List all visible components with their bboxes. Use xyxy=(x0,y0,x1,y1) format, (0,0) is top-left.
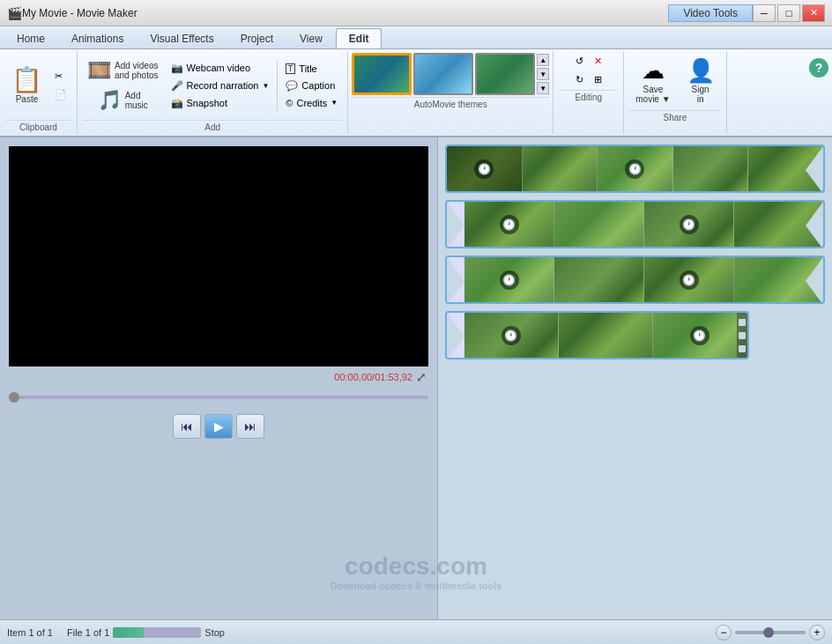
credits-dropdown-icon[interactable]: ▼ xyxy=(331,99,338,107)
tab-project[interactable]: Project xyxy=(227,28,286,48)
snapshot-icon: 📸 xyxy=(171,98,183,109)
progress-fill xyxy=(113,627,144,638)
paste-label: Paste xyxy=(16,94,39,104)
status-bar: Item 1 of 1 File 1 of 1 Stop − + xyxy=(0,619,832,644)
close-button[interactable]: ✕ xyxy=(802,4,825,22)
timeline-strip-1[interactable]: 🕐 🕐 xyxy=(445,144,825,193)
seek-thumb[interactable] xyxy=(9,392,19,403)
tab-view[interactable]: View xyxy=(286,28,336,48)
webcam-button[interactable]: 📷 Webcam video xyxy=(167,60,274,77)
add-group: 🎞️ Add videosand photos 🎵 Addmusic 📷 Web… xyxy=(78,51,348,134)
timeline-strip-3[interactable]: 🕐 🕐 xyxy=(445,255,825,304)
zoom-out-button[interactable]: − xyxy=(716,625,732,640)
themes-content: ▲ ▼ ▼ xyxy=(352,53,549,95)
zoom-in-button[interactable]: + xyxy=(809,625,825,640)
theme-1[interactable] xyxy=(352,53,412,95)
app-icon: 🎬 xyxy=(7,6,22,20)
themes-dropdown[interactable]: ▼ xyxy=(537,68,549,80)
copy-button[interactable]: 📄 xyxy=(50,86,71,103)
share-label: Share xyxy=(629,110,720,122)
title-bar: 🎬 My Movie - Movie Maker Video Tools ─ □… xyxy=(0,0,832,26)
video-canvas xyxy=(9,146,428,366)
add-music-icon: 🎵 xyxy=(98,89,122,112)
ribbon: 📋 Paste ✂ 📄 Clipboard 🎞️ Add videosand p… xyxy=(0,49,832,137)
play-button[interactable]: ▶ xyxy=(204,414,233,439)
split-button[interactable]: ⊞ xyxy=(590,71,606,88)
forward-button[interactable]: ⏭ xyxy=(236,414,264,439)
narration-label: Record narration xyxy=(187,80,259,91)
zoom-thumb[interactable] xyxy=(763,627,774,638)
maximize-button[interactable]: □ xyxy=(777,4,800,22)
caption-button[interactable]: 💬 Caption xyxy=(281,78,342,94)
editing-label: Editing xyxy=(559,90,618,102)
tab-edit[interactable]: Edit xyxy=(336,28,383,48)
add-videos-icon: 🎞️ xyxy=(87,59,111,82)
credits-button[interactable]: © Credits ▼ xyxy=(281,95,342,111)
main-area: 00:00,00/01:53,92 ⤢ ⏮ ▶ ⏭ 🕐 🕐 xyxy=(0,137,832,619)
clock-1-1: 🕐 xyxy=(474,159,494,179)
sign-in-label: Signin xyxy=(692,85,709,104)
zoom-slider[interactable] xyxy=(735,631,806,634)
save-movie-icon: ☁ xyxy=(642,57,665,85)
playback-controls: ⏮ ▶ ⏭ xyxy=(9,414,428,439)
fullscreen-button[interactable]: ⤢ xyxy=(416,370,427,384)
rotate-left-icon: ↺ xyxy=(576,56,583,67)
clock-4-1: 🕐 xyxy=(501,326,521,345)
preview-panel: 00:00,00/01:53,92 ⤢ ⏮ ▶ ⏭ xyxy=(0,137,438,619)
editing-content: ↺ ↻ ✕ ⊞ xyxy=(571,53,606,88)
title-icon-btn: 🅃 xyxy=(286,63,295,74)
theme-scroll-controls: ▲ ▼ ▼ xyxy=(537,54,549,94)
automovie-label: AutoMovie themes xyxy=(352,97,549,109)
editing-group: ↺ ↻ ✕ ⊞ Editing xyxy=(553,51,624,134)
clock-2-1: 🕐 xyxy=(500,215,519,234)
left-notch-2 xyxy=(447,202,464,248)
window-controls: ─ □ ✕ xyxy=(753,4,825,22)
sign-in-button[interactable]: 👤 Signin xyxy=(680,53,721,108)
timeline-strip-2[interactable]: 🕐 🕐 xyxy=(445,200,825,248)
seek-track xyxy=(9,396,428,399)
themes-scroll-up[interactable]: ▲ xyxy=(537,54,549,66)
minimize-button[interactable]: ─ xyxy=(753,4,776,22)
record-narration-button[interactable]: 🎤 Record narration ▼ xyxy=(167,78,274,94)
timeline-panel[interactable]: 🕐 🕐 🕐 🕐 xyxy=(438,137,832,619)
themes-scroll-down[interactable]: ▼ xyxy=(537,82,549,94)
rotate-right-icon: ↻ xyxy=(576,74,583,85)
film-cell-2-1: 🕐 xyxy=(464,202,554,247)
tab-animations[interactable]: Animations xyxy=(58,28,137,48)
title-button[interactable]: 🅃 Title xyxy=(281,61,342,77)
time-text: 00:00,00/01:53,92 xyxy=(334,372,412,382)
time-display: 00:00,00/01:53,92 ⤢ xyxy=(11,370,427,384)
add-videos-label: Add videosand photos xyxy=(115,61,159,80)
trim-button[interactable]: ✕ xyxy=(590,53,606,70)
seek-bar[interactable] xyxy=(9,389,428,405)
theme-2[interactable] xyxy=(413,53,473,95)
save-movie-button[interactable]: ☁ Savemovie ▼ xyxy=(629,53,676,108)
theme-3[interactable] xyxy=(475,53,535,95)
add-videos-button[interactable]: 🎞️ Add videosand photos xyxy=(83,56,163,85)
snapshot-button[interactable]: 📸 Snapshot xyxy=(167,95,274,112)
narration-dropdown-icon[interactable]: ▼ xyxy=(262,82,269,90)
strip-inner-4: 🕐 🕐 xyxy=(447,313,747,358)
rotate-left-button[interactable]: ↺ xyxy=(571,53,588,70)
help-button[interactable]: ? xyxy=(809,58,828,78)
status-item-2: File 1 of 1 Stop xyxy=(67,627,225,638)
add-label: Add xyxy=(83,120,342,132)
cut-button[interactable]: ✂ xyxy=(50,68,71,85)
progress-bar xyxy=(113,627,201,638)
rewind-button[interactable]: ⏮ xyxy=(173,414,201,439)
rotate-right-button[interactable]: ↻ xyxy=(571,71,588,88)
webcam-label: Webcam video xyxy=(187,63,251,73)
strip-inner-3: 🕐 🕐 xyxy=(447,257,823,302)
clock-3-3: 🕐 xyxy=(680,270,699,290)
tab-visual-effects[interactable]: Visual Effects xyxy=(137,28,227,48)
paste-button[interactable]: 📋 Paste xyxy=(5,63,48,108)
title-bar-text: My Movie - Movie Maker xyxy=(22,7,492,19)
right-arrow-3 xyxy=(806,257,823,304)
tab-home[interactable]: Home xyxy=(4,28,58,48)
add-music-button[interactable]: 🎵 Addmusic xyxy=(93,86,152,115)
ribbon-tabs: Home Animations Visual Effects Project V… xyxy=(0,26,832,49)
trim-tools: ✕ ⊞ xyxy=(590,53,606,88)
stop-button[interactable]: Stop xyxy=(204,627,225,638)
webcam-icon: 📷 xyxy=(171,63,183,74)
timeline-strip-4[interactable]: 🕐 🕐 xyxy=(445,311,749,359)
